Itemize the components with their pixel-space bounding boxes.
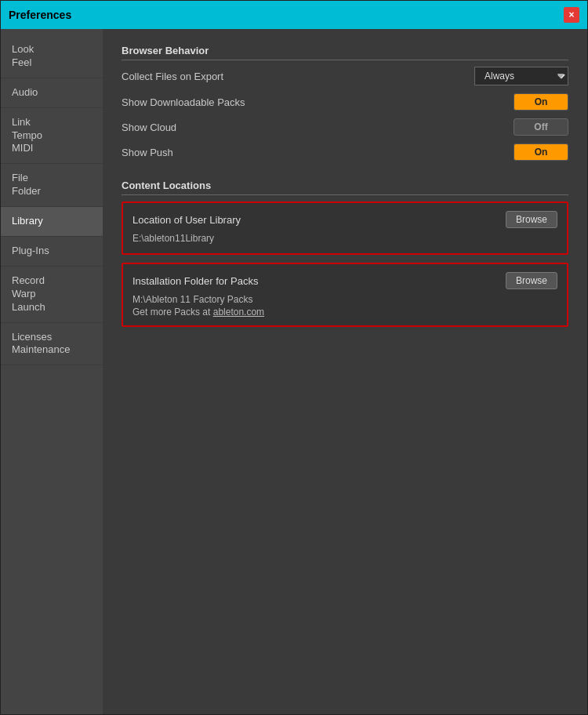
show-cloud-toggle[interactable]: Off <box>514 118 568 136</box>
show-cloud-row: Show Cloud Off <box>122 118 568 136</box>
titlebar: Preferences × <box>1 1 587 29</box>
user-library-box: Location of User Library Browse E:\ablet… <box>122 201 568 255</box>
sidebar-item-look-feel[interactable]: LookFeel <box>1 35 103 78</box>
installation-folder-box: Installation Folder for Packs Browse M:\… <box>122 263 568 327</box>
content-locations-title: Content Locations <box>122 180 568 195</box>
main-content: LookFeel Audio LinkTempoMIDI FileFolder … <box>1 29 587 714</box>
show-cloud-label: Show Cloud <box>122 122 176 133</box>
show-downloadable-control: On <box>514 93 568 111</box>
show-push-toggle[interactable]: On <box>514 143 568 161</box>
show-push-label: Show Push <box>122 147 173 158</box>
show-cloud-control: Off <box>514 118 568 136</box>
close-button[interactable]: × <box>564 7 579 23</box>
installation-folder-path: M:\Ableton 11 Factory Packs <box>132 294 557 305</box>
window-title: Preferences <box>9 9 71 21</box>
user-library-path: E:\ableton11Library <box>132 233 557 244</box>
content-locations-section: Content Locations Location of User Libra… <box>122 180 568 327</box>
sidebar-item-record-warp-launch[interactable]: RecordWarpLaunch <box>1 267 103 323</box>
browser-behavior-title: Browser Behavior <box>122 45 568 60</box>
collect-files-label: Collect Files on Export <box>122 71 223 82</box>
installation-folder-title: Installation Folder for Packs <box>132 275 258 287</box>
show-downloadable-label: Show Downloadable Packs <box>122 96 245 108</box>
user-library-header: Location of User Library Browse <box>132 211 557 228</box>
sidebar-item-audio[interactable]: Audio <box>1 78 103 108</box>
collect-files-row: Collect Files on Export Always Ask Never <box>122 67 568 85</box>
sidebar-item-link-tempo-midi[interactable]: LinkTempoMIDI <box>1 108 103 165</box>
user-library-title: Location of User Library <box>132 214 241 226</box>
show-downloadable-toggle[interactable]: On <box>514 93 568 111</box>
sidebar-item-library[interactable]: Library <box>1 207 103 237</box>
sidebar-item-plug-ins[interactable]: Plug-Ins <box>1 237 103 267</box>
ableton-link[interactable]: ableton.com <box>213 307 264 318</box>
sidebar-item-licenses-maintenance[interactable]: LicensesMaintenance <box>1 323 103 366</box>
show-downloadable-row: Show Downloadable Packs On <box>122 93 568 111</box>
preferences-window: Preferences × LookFeel Audio LinkTempoMI… <box>0 0 588 715</box>
browser-behavior-section: Browser Behavior Collect Files on Export… <box>122 45 568 161</box>
get-more-packs-text: Get more Packs at ableton.com <box>132 307 557 318</box>
show-push-row: Show Push On <box>122 143 568 161</box>
collect-files-dropdown[interactable]: Always Ask Never <box>474 67 568 85</box>
installation-folder-browse-button[interactable]: Browse <box>506 272 557 289</box>
collect-files-control: Always Ask Never <box>474 67 568 85</box>
main-panel: Browser Behavior Collect Files on Export… <box>103 29 587 714</box>
installation-folder-header: Installation Folder for Packs Browse <box>132 272 557 289</box>
sidebar: LookFeel Audio LinkTempoMIDI FileFolder … <box>1 29 103 714</box>
sidebar-item-file-folder[interactable]: FileFolder <box>1 164 103 207</box>
show-push-control: On <box>514 143 568 161</box>
user-library-browse-button[interactable]: Browse <box>506 211 557 228</box>
